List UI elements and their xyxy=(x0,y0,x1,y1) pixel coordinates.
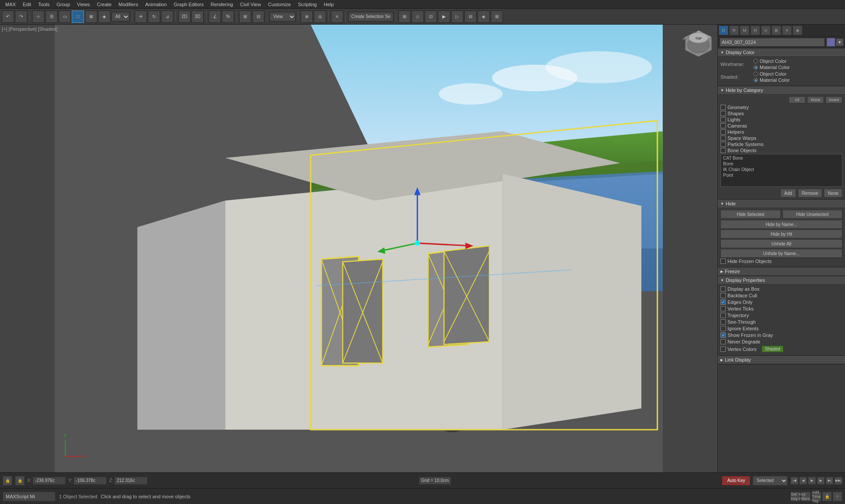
object-name-input[interactable] xyxy=(720,38,825,47)
rotate-tool[interactable]: ↻ xyxy=(148,11,160,23)
select-region-fence[interactable]: ◈ xyxy=(98,11,110,23)
hide-frozen-checkbox[interactable] xyxy=(720,259,726,264)
menu-help[interactable]: Help xyxy=(320,1,338,8)
z-input[interactable] xyxy=(114,477,147,485)
tab-extra2[interactable]: ≡ xyxy=(782,26,792,35)
cat-lights-checkbox[interactable] xyxy=(720,117,726,122)
material-editor[interactable]: ◇ xyxy=(411,11,424,23)
cat-particles-checkbox[interactable] xyxy=(720,142,726,147)
activeshade[interactable]: ◈ xyxy=(478,11,490,23)
wireframe-object-color-radio[interactable] xyxy=(753,59,758,63)
wireframe-material-color-radio[interactable] xyxy=(753,65,758,69)
cat-helpers-checkbox[interactable] xyxy=(720,129,726,135)
hide-unselected-btn[interactable]: Hide Unselected xyxy=(783,210,843,219)
panel-options-btn[interactable]: ▼ xyxy=(836,39,843,46)
time-prev-frame[interactable]: ◀ xyxy=(799,477,807,485)
redo-button[interactable]: ↷ xyxy=(15,11,27,23)
time-play[interactable]: ▶ xyxy=(808,477,816,485)
tab-extra1[interactable]: ⊞ xyxy=(772,26,781,35)
cat-shapes-checkbox[interactable] xyxy=(720,111,726,116)
y-input[interactable] xyxy=(73,477,107,485)
auto-key-btn[interactable]: Auto Key xyxy=(722,476,750,485)
undo-button[interactable]: ↶ xyxy=(2,11,14,23)
shaded-object-color-radio[interactable] xyxy=(753,72,758,76)
unhide-by-name-btn[interactable]: Unhide by Name... xyxy=(720,249,842,258)
render-frame[interactable]: ⊞ xyxy=(491,11,503,23)
render-viewport[interactable]: ⊟ xyxy=(464,11,477,23)
menu-views[interactable]: Views xyxy=(73,1,93,8)
scale-tool[interactable]: ⊿ xyxy=(161,11,173,23)
category-list-box[interactable]: CAT Bone Bone IK Chain Object Point xyxy=(720,154,842,187)
quick-render[interactable]: ▷ xyxy=(451,11,463,23)
shaded-btn[interactable]: Shaded xyxy=(762,346,783,352)
menu-group[interactable]: Group xyxy=(53,1,74,8)
maxscript-area[interactable]: MAXScript Mi xyxy=(3,492,55,501)
list-item-bone[interactable]: Bone xyxy=(722,161,841,167)
lock2-icon[interactable]: 🔒 xyxy=(822,492,832,501)
see-through-checkbox[interactable] xyxy=(720,319,726,325)
select-region-crossing[interactable]: ⊠ xyxy=(85,11,97,23)
coord-center[interactable]: ◎ xyxy=(314,11,326,23)
key-filters-btn[interactable]: Key Filters... xyxy=(801,492,811,501)
hide-header[interactable]: ▼ Hide xyxy=(718,200,845,208)
hide-cat-invert-btn[interactable]: Invert xyxy=(826,96,842,103)
menu-customize[interactable]: Customize xyxy=(265,1,294,8)
display-props-header[interactable]: ▼ Display Properties xyxy=(718,276,845,285)
time-next-key[interactable]: ▶| xyxy=(826,477,834,485)
view-dropdown[interactable]: View xyxy=(269,12,296,22)
cat-bones-checkbox[interactable] xyxy=(720,148,726,153)
menu-max[interactable]: MAX xyxy=(2,1,19,8)
x-input[interactable] xyxy=(33,477,66,485)
snap-2d[interactable]: 2D xyxy=(178,11,191,23)
snap-icon[interactable]: ⊹ xyxy=(833,492,842,501)
time-next-frame[interactable]: ▶ xyxy=(817,477,825,485)
move-tool[interactable]: ✛ xyxy=(135,11,147,23)
menu-animation[interactable]: Animation xyxy=(142,1,170,8)
time-end[interactable]: ▶▶| xyxy=(834,477,842,485)
schematic-view[interactable]: ⊞ xyxy=(398,11,411,23)
unhide-all-btn[interactable]: Unhide All xyxy=(720,239,842,248)
never-degrade-checkbox[interactable] xyxy=(720,339,726,344)
hide-cat-none-btn[interactable]: None xyxy=(807,96,824,103)
vertex-ticks-checkbox[interactable] xyxy=(720,306,726,311)
freeze-header[interactable]: ▶ Freeze xyxy=(718,267,845,276)
mirror-tool[interactable]: ⊞ xyxy=(239,11,251,23)
link-display-header[interactable]: ▶ Link Display xyxy=(718,356,845,364)
nav-cube[interactable]: TOP xyxy=(683,28,714,59)
cat-geometry-checkbox[interactable] xyxy=(720,105,726,110)
menu-scripting[interactable]: Scripting xyxy=(294,1,320,8)
select-region-window[interactable]: □ xyxy=(72,11,84,23)
hide-by-hit-btn[interactable]: Hide by Hit xyxy=(720,230,842,238)
tab-motion[interactable]: M xyxy=(740,26,749,35)
vertex-colors-checkbox[interactable] xyxy=(720,347,726,352)
tab-render[interactable]: R xyxy=(729,26,739,35)
tab-utility[interactable]: U xyxy=(761,26,771,35)
cat-cameras-checkbox[interactable] xyxy=(720,123,726,128)
time-prev-key[interactable]: |◀ xyxy=(790,477,798,485)
menu-graph-editors[interactable]: Graph Editors xyxy=(170,1,207,8)
list-item-point[interactable]: Point xyxy=(722,172,841,178)
menu-modifiers[interactable]: Modifiers xyxy=(115,1,142,8)
shaded-material-color-radio[interactable] xyxy=(753,78,758,82)
lock-icon[interactable]: 🔒 xyxy=(3,476,12,486)
cat-spacewarps-checkbox[interactable] xyxy=(720,135,726,141)
backface-cull-checkbox[interactable] xyxy=(720,293,726,298)
time-tag-btn[interactable]: Add Time Tag xyxy=(812,492,821,501)
menu-edit[interactable]: Edit xyxy=(19,1,35,8)
list-item-ikchain[interactable]: IK Chain Object xyxy=(722,167,841,172)
align-tool[interactable]: ⊟ xyxy=(252,11,265,23)
angle-snap[interactable]: ∠ xyxy=(209,11,221,23)
hide-cat-all-btn[interactable]: All xyxy=(789,96,805,103)
hide-by-category-header[interactable]: ▼ Hide by Category xyxy=(718,86,845,95)
menu-rendering[interactable]: Rendering xyxy=(207,1,237,8)
tab-extra3[interactable]: ◈ xyxy=(793,26,802,35)
select-by-name[interactable]: ☰ xyxy=(45,11,58,23)
object-color-swatch[interactable] xyxy=(827,38,835,47)
hide-selected-btn[interactable]: Hide Selected xyxy=(720,210,781,219)
edges-only-checkbox[interactable] xyxy=(720,299,726,305)
list-item-catbone[interactable]: CAT Bone xyxy=(722,155,841,161)
menu-tools[interactable]: Tools xyxy=(35,1,53,8)
tab-display[interactable]: D xyxy=(719,26,728,35)
display-color-header[interactable]: ▼ Display Color xyxy=(718,48,845,57)
menu-create[interactable]: Create xyxy=(93,1,115,8)
